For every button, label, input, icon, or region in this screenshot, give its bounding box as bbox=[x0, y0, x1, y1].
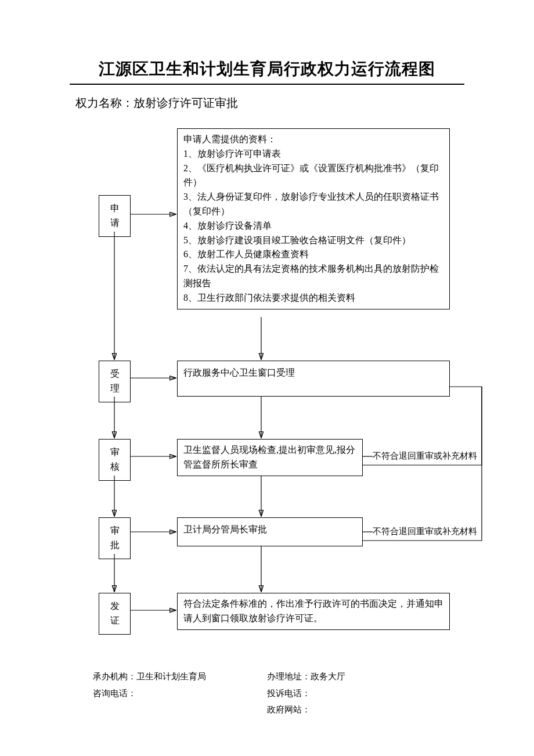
note-reject-2: 不符合退回重审或补充材料 bbox=[373, 526, 477, 537]
box-approve: 卫计局分管局长审批 bbox=[177, 517, 363, 546]
tel-label: 咨询电话： bbox=[93, 689, 136, 698]
step-issue: 发 证 bbox=[99, 593, 131, 635]
box-issue: 符合法定条件标准的，作出准予行政许可的书面决定，并通知申请人到窗口领取放射诊疗许… bbox=[177, 593, 450, 630]
step-apply: 申 请 bbox=[99, 195, 131, 237]
complain-label: 投诉电话： bbox=[267, 689, 311, 698]
flow-diagram: 申 请 受 理 审 核 审 批 发 证 申请人需提供的资料： 1、放射诊疗许可申… bbox=[75, 128, 493, 651]
note-reject-1: 不符合退回重审或补充材料 bbox=[373, 451, 477, 462]
addr-label: 办理地址： bbox=[267, 672, 311, 681]
org-value: 卫生和计划生育局 bbox=[136, 672, 206, 681]
site-label: 政府网站： bbox=[267, 705, 311, 714]
addr-value: 政务大厅 bbox=[311, 672, 345, 681]
box-materials: 申请人需提供的资料： 1、放射诊疗许可申请表 2、《医疗机构执业许可证》或《设置… bbox=[177, 128, 450, 309]
subtitle: 权力名称：放射诊疗许可证审批 bbox=[75, 95, 493, 111]
org-label: 承办机构： bbox=[93, 672, 136, 681]
step-approve: 审 批 bbox=[99, 517, 131, 559]
step-review: 审 核 bbox=[99, 439, 131, 481]
page-title: 江源区卫生和计划生育局行政权力运行流程图 bbox=[70, 58, 464, 85]
footer-info: 承办机构：卫生和计划生育局 办理地址：政务大厅 咨询电话： 投诉电话： 政府网站… bbox=[93, 668, 493, 718]
step-accept: 受 理 bbox=[99, 361, 131, 402]
box-review: 卫生监督人员现场检查,提出初审意见,报分管监督所所长审查 bbox=[177, 439, 363, 476]
box-accept: 行政服务中心卫生窗口受理 bbox=[177, 361, 450, 397]
